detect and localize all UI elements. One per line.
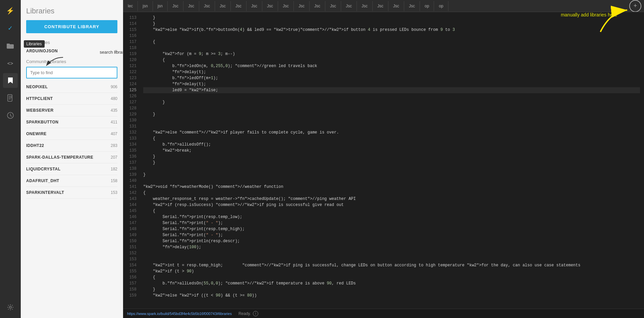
tab[interactable]: Jsc xyxy=(183,1,199,11)
line-number: 133 xyxy=(126,136,137,142)
tab[interactable]: Jsc xyxy=(294,1,310,11)
contribute-library-button[interactable]: CONTRIBUTE LIBRARY xyxy=(26,20,117,33)
line-number: 158 xyxy=(126,286,137,293)
code-line: "kw2">for (m = 9; m >= 3; m--) xyxy=(143,51,640,57)
code-line: "fn">delay(t); xyxy=(143,81,640,87)
file-icon[interactable] xyxy=(3,91,18,105)
tab[interactable]: op xyxy=(420,1,434,11)
tab[interactable]: Jsc xyxy=(262,1,278,11)
list-item[interactable]: NEOPIXEL906 xyxy=(26,81,117,93)
bookmark-icon[interactable]: Libraries xyxy=(3,73,18,88)
library-list: NEOPIXEL906HTTPCLIENT480WEBSERVER435SPAR… xyxy=(21,81,123,199)
code-line xyxy=(143,178,640,184)
lib-name: ADAFRUIT_DHT xyxy=(26,178,59,183)
code-line: "kw2">if (t > 90) xyxy=(143,268,640,274)
tab[interactable]: Jsc xyxy=(388,1,404,11)
status-url: https://www.spark.io/build/545bd3f4e4c5b… xyxy=(127,312,232,316)
tab[interactable]: Jsc xyxy=(168,1,183,11)
line-number: 131 xyxy=(126,123,137,129)
line-number: 113 xyxy=(126,15,137,21)
tab[interactable]: Jsc xyxy=(341,1,357,11)
line-number: 121 xyxy=(126,63,137,69)
list-item[interactable]: LIQUIDCRYSTAL182 xyxy=(26,163,117,175)
line-number: 145 xyxy=(126,208,137,214)
line-number: 120 xyxy=(126,57,137,63)
line-number: 138 xyxy=(126,166,137,172)
status-ready: Ready. xyxy=(238,311,251,316)
code-line: } xyxy=(143,21,640,27)
code-line: } xyxy=(143,99,640,105)
tab[interactable]: Jsc xyxy=(247,1,262,11)
list-item[interactable]: SPARKBUTTON411 xyxy=(26,116,117,128)
lib-name: ONEWIRE xyxy=(26,131,47,136)
line-number: 150 xyxy=(126,238,137,244)
icon-bar: ⚡ ✓ <> Libraries xyxy=(0,0,21,318)
code-line: { xyxy=(143,190,640,196)
code-line: "fn">delay(100); xyxy=(143,244,640,250)
line-number: 114 xyxy=(126,21,137,27)
code-line: "kw2">break; xyxy=(143,148,640,154)
tab[interactable]: Jsc xyxy=(199,1,215,11)
code-line xyxy=(143,166,640,172)
line-number: 122 xyxy=(126,69,137,75)
code-line: Serial."fn">print(resp.temp_low); xyxy=(143,214,640,220)
tab[interactable]: Jsc xyxy=(278,1,294,11)
code-content: 1131141151161171181191201211221231241251… xyxy=(123,12,644,309)
code-icon[interactable]: <> xyxy=(3,56,18,70)
lib-count: 906 xyxy=(111,85,117,89)
code-line xyxy=(143,123,640,129)
tab[interactable]: Jsc xyxy=(215,1,231,11)
line-number: 134 xyxy=(126,142,137,148)
tab[interactable]: jsn xyxy=(138,1,153,11)
code-line: "kw2">if (resp.isSuccess) "comment">//"k… xyxy=(143,202,640,208)
line-number: 127 xyxy=(126,99,137,105)
tab[interactable]: lec xyxy=(123,1,138,11)
list-item[interactable]: ONEWIRE407 xyxy=(26,128,117,140)
line-number: 159 xyxy=(126,293,137,299)
tab[interactable]: Jsc xyxy=(310,1,325,11)
folder-icon[interactable] xyxy=(3,38,18,53)
code-line: b."fn">allLedsOff(); xyxy=(143,142,640,148)
lib-count: 207 xyxy=(111,155,117,160)
check-icon[interactable]: ✓ xyxy=(3,21,18,36)
list-item[interactable]: SPARK-DALLAS-TEMPERATURE207 xyxy=(26,152,117,163)
svg-rect-1 xyxy=(7,44,10,45)
code-line: led9 = "kw2">false; xyxy=(143,87,640,93)
code-line: "kw2">else "kw2">if ((t < 90) && (t >= 8… xyxy=(143,293,640,299)
code-line: { xyxy=(143,208,640,214)
code-line: Serial."fn">print(resp.temp_high); xyxy=(143,226,640,232)
code-line: "kw2">else "comment">//"kw2">if player f… xyxy=(143,129,640,136)
code-line: weather_response_t resp = weather->"fn">… xyxy=(143,196,640,202)
gear-icon[interactable] xyxy=(3,300,18,315)
line-number: 129 xyxy=(126,111,137,117)
line-number: 154 xyxy=(126,262,137,268)
tab[interactable]: Jsc xyxy=(231,1,247,11)
code-line: } xyxy=(143,154,640,160)
code-line: "kw2">void "fn">weatherMode() "comment">… xyxy=(143,184,640,190)
tab[interactable]: op xyxy=(434,1,448,11)
tab[interactable]: Jsc xyxy=(357,1,373,11)
code-line: } xyxy=(143,15,640,21)
info-icon[interactable]: i xyxy=(253,311,258,316)
list-item[interactable]: SPARKINTERVALT153 xyxy=(26,187,117,199)
lib-count: 411 xyxy=(111,120,117,124)
lib-count: 407 xyxy=(111,131,117,136)
tab[interactable]: Jsc xyxy=(373,1,388,11)
tab[interactable]: jsn xyxy=(153,1,168,11)
line-number: 116 xyxy=(126,33,137,39)
line-number: 151 xyxy=(126,244,137,250)
status-bar: https://www.spark.io/build/545bd3f4e4c5b… xyxy=(123,309,644,318)
tab[interactable]: Jsc xyxy=(404,1,420,11)
line-number: 128 xyxy=(126,105,137,111)
clock-icon[interactable] xyxy=(3,108,18,123)
list-item[interactable]: ADAFRUIT_DHT158 xyxy=(26,175,117,187)
list-item[interactable]: IDDHT22283 xyxy=(26,140,117,152)
line-number: 141 xyxy=(126,184,137,190)
add-tab-button[interactable]: + xyxy=(629,0,641,12)
code-editor[interactable]: } } "kw2">else "kw2">if(b."fn">buttonOn(… xyxy=(139,12,644,309)
list-item[interactable]: HTTPCLIENT480 xyxy=(26,93,117,105)
list-item[interactable]: WEBSERVER435 xyxy=(26,105,117,116)
lightning-icon[interactable]: ⚡ xyxy=(3,3,18,18)
code-line: Serial."fn">print(" - "); xyxy=(143,220,640,226)
tab[interactable]: Jsc xyxy=(325,1,341,11)
